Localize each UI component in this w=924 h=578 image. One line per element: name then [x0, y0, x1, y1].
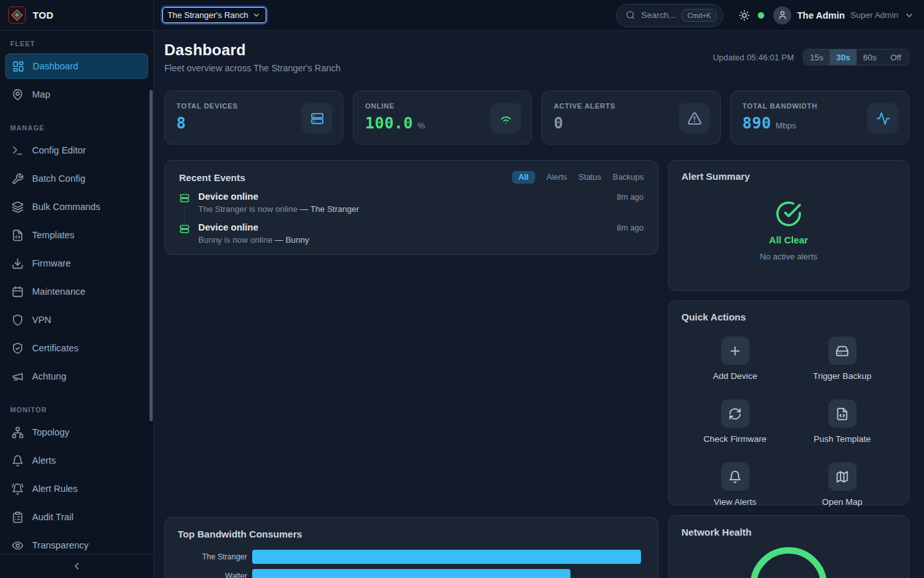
sidebar-item-vpn[interactable]: VPN	[5, 307, 148, 333]
sidebar-item-batch-config[interactable]: Batch Config	[5, 166, 148, 191]
event-title: Device online	[198, 191, 258, 202]
quick-action-open-map[interactable]: Open Map	[789, 462, 896, 507]
calendar-icon	[12, 286, 24, 298]
stat-value: 0	[554, 114, 563, 132]
bell-icon	[12, 455, 24, 467]
alert-status-text: All Clear	[769, 234, 809, 245]
sidebar-collapse-button[interactable]	[0, 554, 153, 578]
sidebar-item-firmware[interactable]: Firmware	[5, 250, 148, 276]
alert-detail-text: No active alerts	[760, 252, 817, 261]
check-circle-icon	[775, 200, 802, 227]
quick-action-push-template[interactable]: Push Template	[789, 399, 896, 444]
filter-all[interactable]: All	[512, 171, 535, 184]
refresh-option-30s[interactable]: 30s	[830, 49, 857, 65]
user-role: Super Admin	[851, 10, 898, 20]
refresh-icon	[721, 399, 749, 428]
sidebar-item-label: Map	[32, 89, 50, 100]
terminal-icon	[12, 144, 24, 157]
shield-icon	[12, 314, 24, 326]
site-selector[interactable]: The Stranger's Ranch	[162, 7, 266, 23]
page-subtitle: Fleet overview across The Stranger's Ran…	[164, 63, 341, 73]
wifi-icon	[490, 103, 521, 134]
updated-timestamp: Updated 05:46:01 PM	[713, 53, 794, 62]
sidebar-item-audit-trail[interactable]: Audit Trail	[5, 504, 148, 530]
quick-action-label: View Alerts	[714, 497, 757, 507]
sidebar-item-label: Templates	[32, 230, 74, 240]
network-health-gauge: 100	[749, 547, 828, 578]
sidebar-item-transparency[interactable]: Transparency	[5, 532, 148, 554]
sidebar-item-config-editor[interactable]: Config Editor	[5, 137, 148, 163]
left-column: Recent Events All Alerts Status Backups	[164, 160, 658, 578]
search-input[interactable]: Search... Cmd+K	[616, 4, 723, 27]
filter-backups[interactable]: Backups	[613, 171, 644, 184]
filter-status[interactable]: Status	[579, 171, 601, 184]
sidebar-item-certificates[interactable]: Certificates	[5, 335, 148, 361]
event-target: — The Stranger	[300, 204, 359, 214]
topbar: The Stranger's Ranch Search... Cmd+K	[154, 0, 924, 31]
sidebar-item-map[interactable]: Map	[5, 82, 148, 107]
search-shortcut-badge: Cmd+K	[681, 9, 717, 22]
sidebar-item-alert-rules[interactable]: Alert Rules	[5, 476, 148, 502]
sidebar-item-dashboard[interactable]: Dashboard	[5, 53, 148, 79]
main-area: The Stranger's Ranch Search... Cmd+K	[154, 0, 924, 578]
user-menu-button[interactable]	[904, 10, 914, 21]
event-description: The Stranger is now online	[198, 204, 298, 214]
stat-card-online: ONLINE 100.0 %	[353, 91, 532, 144]
network-health-card: Network Health 100	[668, 515, 909, 578]
site-selector-value: The Stranger's Ranch	[167, 10, 248, 20]
filter-alerts[interactable]: Alerts	[547, 171, 567, 184]
quick-action-trigger-backup[interactable]: Trigger Backup	[789, 337, 896, 381]
stat-card-total-bandwidth: TOTAL BANDWIDTH 890 Mbps	[730, 91, 909, 144]
user-icon	[778, 10, 787, 20]
sidebar-item-label: Maintenance	[32, 286, 85, 297]
sidebar-item-templates[interactable]: Templates	[5, 222, 148, 248]
event-target: — Bunny	[275, 235, 309, 245]
quick-action-view-alerts[interactable]: View Alerts	[681, 462, 789, 507]
app-logo-row: TOD	[0, 0, 153, 31]
plus-icon	[721, 337, 749, 365]
top-bandwidth-card: Top Bandwidth Consumers The Stranger Wal…	[164, 517, 658, 578]
page-title: Dashboard	[164, 41, 341, 59]
recent-events-card: Recent Events All Alerts Status Backups	[164, 160, 658, 255]
stat-value: 890	[742, 114, 771, 132]
sidebar-item-maintenance[interactable]: Maintenance	[5, 279, 148, 304]
event-description: Bunny is now online	[198, 235, 273, 245]
quick-action-check-firmware[interactable]: Check Firmware	[681, 399, 789, 444]
quick-action-label: Trigger Backup	[813, 371, 871, 381]
app-name: TOD	[33, 10, 54, 21]
refresh-option-60s[interactable]: 60s	[857, 49, 883, 65]
stats-row: TOTAL DEVICES 8 ONLINE 100.0 %	[164, 91, 909, 144]
chevron-down-icon	[252, 11, 261, 19]
avatar[interactable]	[773, 6, 791, 24]
event-time: 8m ago	[617, 223, 644, 232]
sidebar-item-topology[interactable]: Topology	[5, 419, 148, 445]
event-row: Device online 8m ago The Stranger is now…	[179, 191, 644, 222]
sidebar-item-label: Certificates	[32, 343, 79, 353]
online-status-dot	[758, 12, 764, 19]
quick-actions-title: Quick Actions	[681, 311, 896, 322]
hard-drive-icon	[828, 337, 857, 365]
sidebar-item-achtung[interactable]: Achtung	[5, 363, 148, 389]
activity-icon	[868, 103, 898, 134]
chevron-left-icon	[71, 561, 82, 572]
event-time: 8m ago	[617, 193, 644, 202]
server-icon	[302, 103, 332, 134]
quick-action-add-device[interactable]: Add Device	[681, 337, 789, 381]
quick-action-label: Add Device	[713, 371, 757, 381]
refresh-option-off[interactable]: Off	[883, 49, 909, 65]
theme-toggle-button[interactable]	[739, 10, 750, 21]
download-icon	[12, 258, 24, 270]
shield-check-icon	[12, 342, 24, 355]
bar-label: The Stranger	[178, 552, 247, 561]
wrench-icon	[12, 173, 24, 185]
sidebar-item-bulk-commands[interactable]: Bulk Commands	[5, 194, 148, 220]
bar-row: Walter	[178, 569, 645, 578]
stat-card-total-devices: TOTAL DEVICES 8	[164, 91, 343, 144]
section-label-manage: MANAGE	[10, 124, 143, 132]
sidebar-item-alerts[interactable]: Alerts	[5, 448, 148, 473]
sidebar-item-label: Alerts	[32, 455, 56, 466]
sidebar-scrollbar[interactable]	[150, 90, 153, 421]
refresh-option-15s[interactable]: 15s	[803, 49, 830, 65]
map-icon	[828, 462, 857, 491]
sun-icon	[739, 10, 750, 21]
